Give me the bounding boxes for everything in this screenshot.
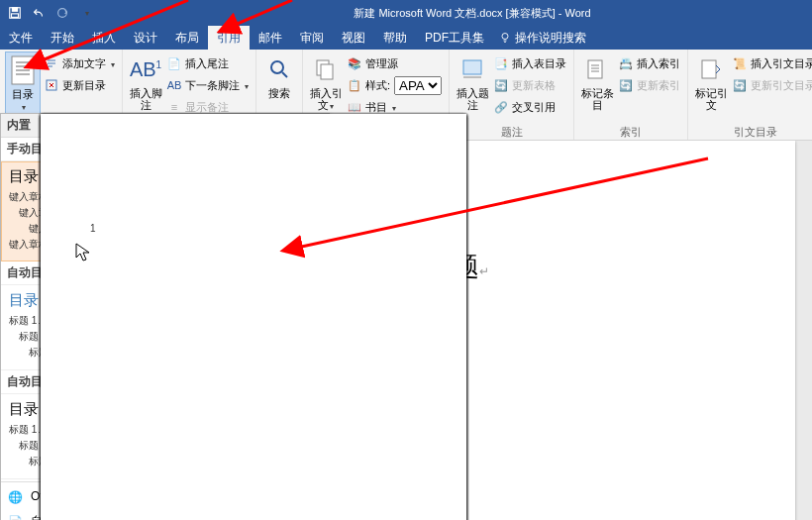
group-captions: 插入题注 📑插入表目录 🔄更新表格 🔗交叉引用 题注 — [450, 50, 574, 140]
insert-footnote-button[interactable]: AB1 插入脚注 — [128, 52, 163, 119]
save-icon[interactable] — [6, 4, 24, 22]
svg-rect-24 — [702, 60, 716, 78]
insert-caption-button[interactable]: 插入题注 — [455, 52, 490, 119]
custom-toc-icon: 📄 — [7, 514, 23, 521]
tof-icon: 📑 — [494, 56, 508, 70]
svg-rect-17 — [321, 64, 333, 79]
update-toc-icon — [45, 78, 58, 92]
insert-index-icon: 📇 — [619, 56, 633, 70]
group-label-index: 索引 — [579, 124, 682, 140]
mark-entry-icon — [581, 53, 613, 85]
title-bar: 新建 Microsoft Word 文档.docx [兼容模式] - Word — [0, 0, 812, 26]
insert-toa-icon: 📜 — [733, 56, 747, 70]
mark-citation-icon — [695, 53, 727, 85]
tab-view[interactable]: 视图 — [333, 26, 374, 50]
manage-sources-icon: 📚 — [348, 56, 361, 70]
svg-line-15 — [282, 72, 287, 77]
qat-customize-icon[interactable] — [77, 4, 95, 22]
manage-sources-button[interactable]: 📚管理源 — [346, 53, 444, 73]
citation-icon — [310, 53, 342, 85]
insert-citation-button[interactable]: 插入引文 — [308, 52, 344, 119]
insert-index-button[interactable]: 📇插入索引 — [617, 53, 682, 73]
tab-layout[interactable]: 布局 — [166, 26, 208, 50]
tab-file[interactable]: 文件 — [0, 26, 42, 50]
toc-dropdown-panel: 内置 手动目录 目录 键入章标题(第 1 级)1 键入章标题(第 2 级)2 键… — [0, 113, 330, 520]
caption-icon — [457, 53, 488, 85]
tab-insert[interactable]: 插入 — [83, 26, 125, 50]
search-button[interactable]: 搜索 — [261, 52, 297, 119]
update-table-icon: 🔄 — [494, 78, 508, 92]
show-notes-icon: ≡ — [167, 100, 181, 114]
doc-title[interactable]: 标题 — [419, 250, 746, 284]
next-footnote-icon: AB — [167, 78, 181, 92]
tab-pdftools[interactable]: PDF工具集 — [416, 26, 493, 50]
add-text-icon — [45, 56, 58, 70]
footnote-icon: AB1 — [130, 53, 161, 85]
tell-me-label: 操作说明搜索 — [515, 30, 586, 47]
mark-entry-button[interactable]: 标记条目 — [579, 52, 615, 119]
group-index: 标记条目 📇插入索引 🔄更新索引 索引 — [574, 50, 688, 140]
update-index-button[interactable]: 🔄更新索引 — [617, 75, 682, 95]
bibliography-icon: 📖 — [348, 100, 361, 114]
tab-references[interactable]: 引用 — [208, 26, 250, 50]
doc-content[interactable]: 内容 — [419, 324, 746, 345]
tell-me-search[interactable]: 操作说明搜索 — [499, 30, 586, 47]
svg-point-4 — [502, 34, 508, 40]
toc-icon — [7, 54, 39, 86]
quick-access-toolbar — [0, 4, 95, 22]
tab-mailings[interactable]: 邮件 — [250, 26, 291, 50]
ribbon-tabs: 文件 开始 插入 设计 布局 引用 邮件 审阅 视图 帮助 PDF工具集 操作说… — [0, 26, 812, 50]
svg-rect-2 — [12, 14, 19, 18]
style-icon: 📋 — [348, 78, 361, 92]
update-toc-button[interactable]: 更新目录 — [43, 75, 117, 95]
toc-auto2-preview[interactable]: 目录 标题 11 标题 21 标题 31 — [1, 394, 329, 479]
insert-endnote-button[interactable]: 📄插入尾注 — [165, 53, 251, 73]
svg-point-14 — [271, 61, 283, 73]
next-footnote-button[interactable]: AB下一条脚注 — [165, 75, 251, 95]
update-index-icon: 🔄 — [619, 78, 633, 92]
update-table-button[interactable]: 🔄更新表格 — [492, 75, 568, 95]
tab-design[interactable]: 设计 — [125, 26, 166, 50]
search-icon — [263, 53, 295, 85]
lightbulb-icon — [499, 32, 511, 44]
insert-tof-button[interactable]: 📑插入表目录 — [492, 53, 568, 73]
style-select-row: 📋 样式: APA — [346, 75, 444, 95]
svg-rect-1 — [12, 8, 17, 12]
undo-icon[interactable] — [30, 4, 48, 22]
add-text-button[interactable]: 添加文字 — [43, 53, 117, 73]
tab-home[interactable]: 开始 — [42, 26, 83, 50]
toc-button[interactable]: 目录 — [5, 52, 41, 119]
cross-ref-button[interactable]: 🔗交叉引用 — [492, 97, 568, 117]
redo-icon[interactable] — [53, 4, 71, 22]
endnote-icon: 📄 — [167, 56, 181, 70]
mark-citation-button[interactable]: 标记引文 — [693, 52, 729, 119]
window-title: 新建 Microsoft Word 文档.docx [兼容模式] - Word — [354, 0, 590, 26]
insert-toa-button[interactable]: 📜插入引文目录 — [731, 53, 812, 73]
update-toa-icon: 🔄 — [733, 78, 747, 92]
group-label-captions: 题注 — [455, 124, 568, 140]
group-toa: 标记引文 📜插入引文目录 🔄更新引文目录 引文目录 — [688, 50, 812, 140]
update-toa-button[interactable]: 🔄更新引文目录 — [731, 75, 812, 95]
tab-help[interactable]: 帮助 — [374, 26, 416, 50]
office-icon: 🌐 — [7, 489, 23, 505]
svg-rect-20 — [588, 60, 602, 78]
tab-review[interactable]: 审阅 — [291, 26, 333, 50]
svg-rect-18 — [463, 60, 481, 74]
group-label-toa: 引文目录 — [693, 124, 812, 140]
style-select[interactable]: APA — [394, 76, 442, 95]
cross-ref-icon: 🔗 — [494, 100, 508, 114]
